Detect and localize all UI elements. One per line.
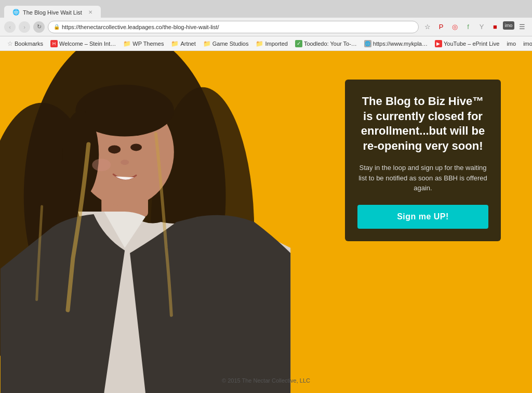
- bookmark-label: Game Studios: [212, 41, 249, 47]
- bookmark-label: YouTube – ePrint Live: [444, 41, 499, 47]
- bookmark-label: Imported: [265, 41, 287, 47]
- toodledo-favicon: ✓: [295, 40, 302, 47]
- bookmark-imo-1[interactable]: imo: [503, 40, 519, 48]
- bookmark-label: https://www.mykpla…: [373, 41, 428, 47]
- tab-title: The Blog Hive Wait List: [23, 9, 82, 16]
- svg-point-9: [108, 145, 121, 153]
- bookmark-label: imo: [507, 41, 516, 47]
- bookmark-star-button[interactable]: ☆: [422, 21, 433, 33]
- bookmark-stein[interactable]: H Welcome – Stein Int…: [47, 39, 119, 48]
- page-content: The Blog to Biz Hive™ is currently close…: [0, 51, 532, 393]
- url-text: https://thenectarcollective.leadpages.co…: [62, 24, 219, 30]
- person-image: [0, 51, 291, 393]
- bookmark-mykpla[interactable]: 🌐 https://www.mykpla…: [361, 39, 431, 48]
- nav-bar: ‹ › ↻ 🔒 https://thenectarcollective.lead…: [0, 18, 532, 36]
- reload-button[interactable]: ↻: [33, 21, 45, 33]
- bookmark-imo-2[interactable]: imo: [520, 40, 532, 48]
- forward-button[interactable]: ›: [19, 21, 30, 33]
- info-card: The Blog to Biz Hive™ is currently close…: [345, 80, 501, 241]
- nav-actions: ☆ P ◎ f Y ■ imo ☰: [422, 21, 528, 33]
- bookmark-wp-themes[interactable]: 📁 WP Themes: [120, 39, 167, 48]
- svg-point-12: [92, 159, 111, 171]
- bookmark-artnet[interactable]: 📁 Artnet: [168, 39, 198, 48]
- active-tab[interactable]: 🌐 The Blog Hive Wait List ✕: [4, 6, 101, 18]
- menu-button[interactable]: ☰: [516, 21, 528, 33]
- tab-close-icon[interactable]: ✕: [88, 9, 92, 15]
- folder-icon: 📁: [123, 40, 131, 47]
- ext-button-1[interactable]: ■: [489, 21, 501, 33]
- bookmark-game-studios[interactable]: 📁 Game Studios: [200, 39, 252, 48]
- folder-icon: ☆: [7, 40, 13, 47]
- card-headline: The Blog to Biz Hive™ is currently close…: [357, 94, 488, 153]
- folder-icon: 📁: [171, 40, 179, 47]
- svg-point-11: [121, 160, 129, 165]
- browser-frame: 🌐 The Blog Hive Wait List ✕ ‹ › ↻ 🔒 http…: [0, 0, 532, 393]
- bookmark-label: Toodledo: Your To-…: [304, 41, 357, 47]
- footer-copyright: © 2015 The Nectar Collective, LLC: [222, 377, 310, 384]
- bookmark-label: Welcome – Stein Int…: [59, 41, 116, 47]
- bookmark-label: Bookmarks: [15, 41, 43, 47]
- feedly-button[interactable]: f: [462, 21, 474, 33]
- folder-icon: 📁: [203, 40, 211, 47]
- bookmark-youtube[interactable]: ▶ YouTube – ePrint Live: [432, 39, 502, 48]
- card-body: Stay in the loop and sign up for the wai…: [357, 163, 488, 193]
- bookmark-bookmarks-folder[interactable]: ☆ Bookmarks: [4, 39, 46, 48]
- tab-favicon: 🌐: [12, 9, 20, 16]
- bookmarks-bar: ☆ Bookmarks H Welcome – Stein Int… 📁 WP …: [0, 36, 532, 51]
- bookmark-imported[interactable]: 📁 Imported: [252, 39, 290, 48]
- stein-favicon: H: [50, 40, 58, 47]
- folder-icon: 📁: [256, 40, 263, 47]
- pocket-button[interactable]: ◎: [449, 21, 460, 33]
- mykpla-favicon: 🌐: [364, 40, 371, 47]
- ext-button-2[interactable]: imo: [503, 21, 514, 30]
- youtube-favicon: ▶: [435, 40, 442, 47]
- bookmark-label: imo: [523, 41, 532, 47]
- bookmark-label: WP Themes: [132, 41, 164, 47]
- sign-up-button[interactable]: Sign me UP!: [357, 205, 488, 229]
- bookmark-label: Artnet: [180, 41, 195, 47]
- lock-icon: 🔒: [54, 24, 60, 30]
- bookmark-toodledo[interactable]: ✓ Toodledo: Your To-…: [292, 39, 360, 48]
- address-bar[interactable]: 🔒 https://thenectarcollective.leadpages.…: [48, 21, 419, 33]
- back-button[interactable]: ‹: [4, 21, 16, 33]
- yoast-button[interactable]: Y: [476, 21, 487, 33]
- svg-point-8: [62, 111, 99, 199]
- svg-point-10: [130, 143, 142, 151]
- pinterest-button[interactable]: P: [435, 21, 447, 33]
- tab-bar: 🌐 The Blog Hive Wait List ✕: [0, 0, 532, 18]
